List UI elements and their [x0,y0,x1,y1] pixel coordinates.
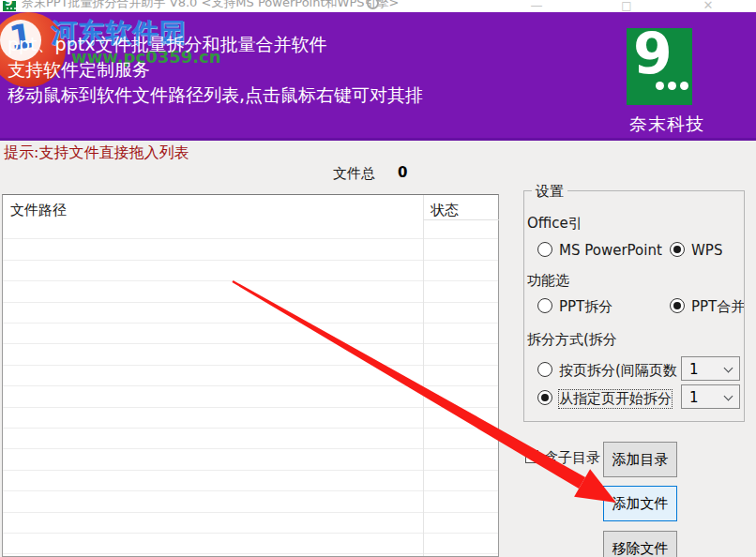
file-total-label: 文件总 [333,165,375,183]
chevron-down-icon [724,392,733,401]
tagline-2: 支持软件定制服务 [8,57,423,83]
radio-split-by-page[interactable] [537,362,552,377]
radio-wps[interactable] [670,242,685,257]
column-header-filepath[interactable]: 文件路径 [10,202,67,219]
radio-ppt-split[interactable] [537,298,552,313]
include-subdir-label[interactable]: 含子目录 [544,449,600,467]
drag-drop-hint: 提示:支持文件直接拖入列表 [4,143,189,163]
app-icon: 9 [3,1,16,11]
maximize-button[interactable]: □ [608,0,645,12]
remove-file-button[interactable]: 移除文件 [603,531,677,557]
start-page-select[interactable]: 1 [681,384,740,409]
function-label: 功能选 [527,272,569,290]
settings-group-title: 设置 [532,183,567,201]
radio-wps-label[interactable]: WPS [691,242,722,259]
radio-ms-powerpoint[interactable] [537,242,552,257]
chevron-down-icon [724,364,733,373]
tagline-3: 移动鼠标到软件文件路径列表,点击鼠标右键可对其排 [8,83,423,108]
tagline-1: ppt、pptx文件批量拆分和批量合并软件 [8,32,423,57]
office-engine-label: Office引 [527,215,582,233]
column-separator [423,195,424,556]
add-directory-button[interactable]: 添加目录 [603,442,677,477]
window-title: 奈末PPT批量拆分合并助手 V8.0 <支持MS PowerPoint和WPS引… [22,0,399,11]
minimize-button[interactable]: — [518,0,555,12]
brand-name: 奈末科技 [629,113,704,137]
radio-split-from-page[interactable] [537,390,552,405]
app-window: 9 奈末PPT批量拆分合并助手 V8.0 <支持MS PowerPoint和WP… [0,0,756,557]
radio-ms-powerpoint-label[interactable]: MS PowerPoint [559,242,662,259]
include-subdir-checkbox[interactable] [525,450,538,463]
radio-ppt-split-label[interactable]: PPT拆分 [559,298,612,316]
logo-9-glyph: 9 [633,28,673,86]
file-total-value: 0 [398,164,407,181]
interval-pages-select[interactable]: 1 [681,356,740,381]
file-list[interactable]: 文件路径 状态 [2,194,499,557]
brand-logo: 9 [627,28,692,105]
radio-ppt-merge-label[interactable]: PPT合并 [691,298,744,316]
radio-ppt-merge[interactable] [670,298,685,313]
title-bar: 9 奈末PPT批量拆分合并助手 V8.0 <支持MS PowerPoint和WP… [0,0,756,12]
close-button[interactable]: ✕ [689,0,727,12]
radio-split-by-page-label[interactable]: 按页拆分(间隔页数 [559,362,677,380]
split-method-label: 拆分方式(拆分 [527,331,617,349]
radio-split-from-page-label[interactable]: 从指定页开始拆分 [559,390,672,408]
header-taglines: ppt、pptx文件批量拆分和批量合并软件 支持软件定制服务 移动鼠标到软件文件… [8,32,423,108]
header-banner: 1 河东软件园 www.pc0359.cn ppt、pptx文件批量拆分和批量合… [0,12,756,141]
add-file-button[interactable]: 添加文件 [603,486,677,521]
column-header-status[interactable]: 状态 [431,202,459,219]
